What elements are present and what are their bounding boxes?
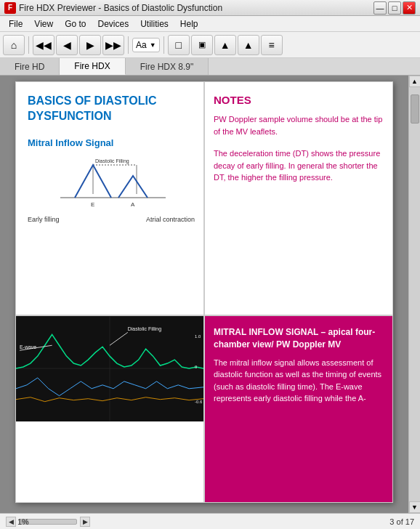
right-top-cell: NOTES PW Doppler sample volume should be… [204,81,393,315]
svg-text:-0.6: -0.6 [195,400,203,404]
prev-page-button[interactable]: ◀ [56,35,78,55]
pink-body-text: The mitral inflow signal allows assessme… [214,357,384,405]
view-double-button[interactable]: ▣ [191,35,213,55]
minimize-button[interactable]: — [373,1,387,15]
tab-fire-hd[interactable]: Fire HD [0,58,60,75]
home-button[interactable]: ⌂ [3,35,25,55]
tab-bar: Fire HD Fire HDX Fire HDX 8.9" [0,58,420,76]
menu-icon-button[interactable]: ≡ [261,35,283,55]
toolbar-separator-1 [28,36,29,54]
diagram-labels: Early filling Atrial contraction [28,216,195,223]
svg-text:Diastolic Filling: Diastolic Filling [128,327,161,333]
scroll-up-arrow[interactable]: ▲ [409,76,421,87]
status-bar: ◀ ▶ 1% 3 of 17 [0,513,420,529]
scroll-down-button[interactable]: ▲ [238,35,259,55]
window-title: Fire HDX Previewer - Basics of Diastolic… [19,3,373,13]
chevron-down-icon: ▼ [150,41,156,49]
window-controls: — □ ✕ [373,1,416,15]
toolbar-separator-3 [163,36,164,54]
scroll-track[interactable] [409,87,420,501]
menu-file[interactable]: File [3,17,28,31]
menu-goto[interactable]: Go to [59,17,92,31]
last-page-button[interactable]: ▶▶ [102,35,124,55]
svg-text:A: A [131,201,135,208]
scroll-down-arrow[interactable]: ▼ [409,501,421,513]
page-indicator: 3 of 17 [389,517,414,526]
notes-heading: NOTES [214,94,384,106]
right-bottom-cell: MITRAL INFLOW SIGNAL – apical four-chamb… [204,315,393,503]
font-label: Aa [136,40,147,50]
toolbar: ⌂ ◀◀ ◀ ▶ ▶▶ Aa ▼ □ ▣ ▲ ▲ ≡ [0,32,420,58]
note-1: PW Doppler sample volume should be at th… [214,113,384,137]
menu-help[interactable]: Help [174,17,204,31]
tab-fire-hdx-89[interactable]: Fire HDX 8.9" [126,58,209,75]
app-icon: F [4,2,16,14]
menu-view[interactable]: View [28,17,59,31]
scroll-thumb[interactable] [411,94,419,124]
menu-devices[interactable]: Devices [92,17,135,31]
content-area: BASICS OF DIASTOLIC DYSFUNCTION Mitral I… [0,76,420,513]
toolbar-separator-2 [128,36,129,54]
svg-text:E: E [91,201,94,208]
tab-fire-hdx[interactable]: Fire HDX [60,58,125,75]
left-top-cell: BASICS OF DIASTOLIC DYSFUNCTION Mitral I… [15,81,204,315]
vertical-scrollbar: ▲ ▼ [408,76,420,513]
maximize-button[interactable]: □ [388,1,401,15]
next-page-button[interactable]: ▶ [79,35,101,55]
close-button[interactable]: ✕ [403,1,416,15]
title-bar: F Fire HDX Previewer - Basics of Diastol… [0,0,420,16]
page-container[interactable]: BASICS OF DIASTOLIC DYSFUNCTION Mitral I… [0,76,408,513]
page-title: BASICS OF DIASTOLIC DYSFUNCTION [28,94,195,124]
zoom-level: 1% [17,517,29,526]
mitral-diagram: Diastolic Filling E A [28,154,195,223]
section-heading: Mitral Inflow Signal [28,137,195,148]
menu-utilities[interactable]: Utilities [134,17,174,31]
pink-heading: MITRAL INFLOW SIGNAL – apical four-chamb… [214,326,384,351]
view-single-button[interactable]: □ [168,35,190,55]
scroll-right-arrow[interactable]: ▶ [80,517,90,527]
ultrasound-image: E-wave Diastolic Filling 1.0 0 -0.6 [16,316,203,421]
scroll-up-button[interactable]: ▲ [214,35,236,55]
left-bottom-cell: E-wave Diastolic Filling 1.0 0 -0.6 [15,315,204,503]
first-page-button[interactable]: ◀◀ [33,35,54,55]
svg-text:1.0: 1.0 [195,335,201,339]
page: BASICS OF DIASTOLIC DYSFUNCTION Mitral I… [15,81,393,503]
scroll-left-arrow[interactable]: ◀ [6,517,16,527]
svg-text:Diastolic Filling: Diastolic Filling [95,158,129,164]
font-size-selector[interactable]: Aa ▼ [132,38,160,52]
note-2: The deceleration time (DT) shows the pre… [214,148,384,184]
menu-bar: File View Go to Devices Utilities Help [0,16,420,32]
